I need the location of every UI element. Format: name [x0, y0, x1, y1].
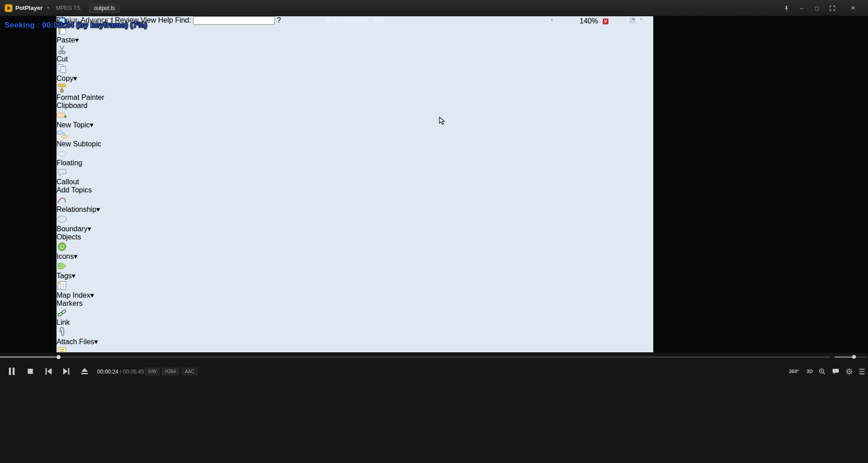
- callout-button[interactable]: Callout: [57, 167, 653, 186]
- decoder-badge[interactable]: S/W: [145, 368, 160, 375]
- zoom-in-button[interactable]: +: [632, 17, 635, 22]
- tags-icon: [57, 261, 67, 271]
- potplayer-titlebar[interactable]: PotPlayer ▾ MPEG TS output.ts – □ ×: [0, 0, 868, 16]
- video-frame: ▤ ▭ ▥ ▦ ↶ ↷ ▾ Mindjet MindManager - Map1…: [57, 16, 653, 352]
- unikey-tray-icon[interactable]: V: [603, 19, 609, 24]
- playlist-button[interactable]: [856, 365, 867, 378]
- message-button[interactable]: [830, 365, 841, 378]
- app-menu-caret-icon[interactable]: ▾: [47, 5, 49, 10]
- icons-marker-icon: [57, 241, 67, 252]
- copy-button[interactable]: Copy▾: [57, 63, 653, 83]
- volume-tray-icon[interactable]: [611, 19, 616, 24]
- time-display: 00:00:24 / 00:05:45: [97, 369, 144, 375]
- filter-dropdown-icon[interactable]: ▾: [551, 18, 553, 22]
- pin-icon: [783, 5, 789, 11]
- fullscreen-button[interactable]: [828, 5, 836, 12]
- link-icon: [57, 308, 67, 318]
- eject-icon: [80, 367, 89, 376]
- format-painter-icon: [57, 83, 67, 94]
- current-file-tab[interactable]: output.ts: [89, 3, 120, 13]
- attach-files-icon: [57, 327, 67, 337]
- boundary-icon: [57, 214, 67, 224]
- fullscreen-icon: [830, 5, 835, 11]
- map-index-icon: [57, 280, 67, 291]
- volume-slider-knob[interactable]: [852, 355, 856, 359]
- chat-bubble-icon: [832, 368, 840, 375]
- seek-bar-progress: [0, 356, 58, 358]
- previous-icon: [44, 367, 53, 376]
- next-icon: [62, 367, 71, 376]
- mouse-cursor: [439, 117, 445, 126]
- maximize-button[interactable]: □: [813, 5, 821, 12]
- pin-on-top-button[interactable]: [782, 5, 790, 12]
- seeking-osd-text: Seeking : 00:00:24 (by keyframe) (7%): [5, 21, 147, 30]
- video-stage[interactable]: ▤ ▭ ▥ ▦ ↶ ↷ ▾ Mindjet MindManager - Map1…: [0, 16, 868, 353]
- group-label-markers: Markers: [57, 299, 653, 308]
- stream-format-label: MPEG TS: [56, 5, 80, 11]
- audio-codec-badge[interactable]: AAC: [182, 368, 198, 375]
- callout-icon: [57, 167, 67, 178]
- close-button[interactable]: ×: [849, 5, 857, 12]
- pause-button[interactable]: [5, 365, 18, 378]
- floating-topic-button[interactable]: Floating: [57, 148, 653, 167]
- copy-icon: [57, 63, 67, 74]
- relationship-icon: [57, 194, 67, 205]
- magnifier-icon: [818, 368, 826, 375]
- potplayer-window: PotPlayer ▾ MPEG TS output.ts – □ × ▤ ▭ …: [0, 0, 868, 463]
- floating-topic-icon: [57, 148, 67, 159]
- potplayer-logo-icon: [5, 4, 13, 12]
- vr-360-button[interactable]: 360°: [789, 369, 799, 374]
- boundary-button[interactable]: Boundary▾: [57, 214, 653, 233]
- tags-button[interactable]: Tags▾: [57, 261, 653, 280]
- ribbon-group-objects: Relationship▾ Boundary▾ Objects: [57, 194, 653, 241]
- video-codec-badge[interactable]: H264: [162, 368, 179, 375]
- time-separator: /: [118, 369, 123, 375]
- new-topic-icon: [57, 110, 67, 121]
- volume-slider[interactable]: [835, 356, 866, 358]
- playlist-icon: [858, 368, 866, 375]
- search-zoom-button[interactable]: [816, 365, 827, 378]
- stop-button[interactable]: [24, 365, 37, 378]
- new-subtopic-icon: [57, 129, 67, 140]
- cut-button[interactable]: Cut: [57, 44, 653, 63]
- format-painter-button[interactable]: Format Painter: [57, 83, 653, 102]
- new-subtopic-button[interactable]: New Subtopic: [57, 129, 653, 148]
- ribbon: Paste▾ Cut Copy▾ Format Painter: [57, 25, 653, 352]
- new-topic-button[interactable]: New Topic▾: [57, 110, 653, 129]
- ribbon-group-clipboard: Paste▾ Cut Copy▾ Format Painter: [57, 25, 653, 110]
- settings-button[interactable]: [844, 365, 854, 378]
- group-label-objects: Objects: [57, 233, 653, 241]
- time-current: 00:00:24: [97, 369, 118, 375]
- icons-button[interactable]: Icons▾: [57, 241, 653, 261]
- group-label-clipboard: Clipboard: [57, 102, 653, 110]
- group-label-add-topics: Add Topics: [57, 186, 653, 194]
- ribbon-group-add-topics: New Topic▾ New Subtopic Floating Ca: [57, 110, 653, 194]
- network-tray-icon[interactable]: [618, 19, 624, 24]
- time-total: 00:05:45: [123, 369, 144, 375]
- minimize-button[interactable]: –: [797, 5, 806, 12]
- link-button[interactable]: Link: [57, 308, 653, 327]
- relationship-button[interactable]: Relationship▾: [57, 194, 653, 214]
- mm-close-button[interactable]: ×: [644, 17, 651, 22]
- seek-bar[interactable]: [0, 356, 830, 358]
- ribbon-group-topic-elements: Link Attach Files▾ Notes▾ Topic Elements: [57, 308, 653, 352]
- cut-icon: [57, 44, 67, 55]
- app-title[interactable]: PotPlayer: [15, 5, 42, 11]
- open-eject-button[interactable]: [78, 365, 91, 378]
- stereo-3d-button[interactable]: 3D: [807, 369, 813, 374]
- ribbon-group-markers: Icons▾ Tags▾ Map Index▾ Markers: [57, 241, 653, 308]
- previous-button[interactable]: [42, 365, 55, 378]
- zoom-out-button[interactable]: −: [594, 17, 596, 22]
- map-index-button[interactable]: Map Index▾: [57, 280, 653, 299]
- stop-icon: [26, 367, 34, 375]
- gear-icon: [845, 368, 853, 375]
- volume-slider-fill: [835, 356, 854, 358]
- seek-bar-knob[interactable]: [57, 355, 61, 359]
- pause-icon: [7, 367, 16, 376]
- notes-button[interactable]: Notes▾: [57, 346, 653, 352]
- next-button[interactable]: [60, 365, 73, 378]
- notes-icon: [57, 346, 67, 352]
- transport-controls: 00:00:24 / 00:05:45 S/W H264 AAC 360° 3D: [0, 362, 868, 382]
- attach-files-button[interactable]: Attach Files▾: [57, 327, 653, 346]
- collapse-ribbon-icon[interactable]: ^: [640, 18, 642, 22]
